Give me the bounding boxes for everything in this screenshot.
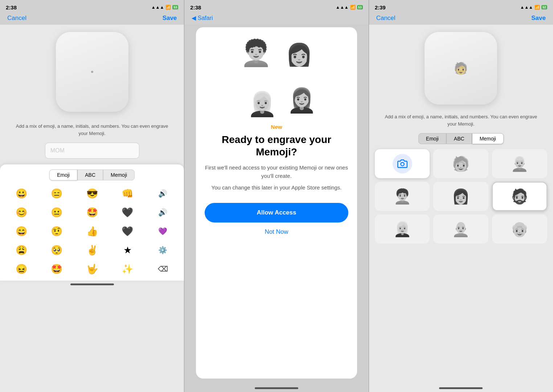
emoji-cell[interactable]: 🔊 — [147, 204, 179, 220]
panel1-content: Add a mix of emoji, a name, initials, an… — [0, 25, 184, 392]
wifi-icon-1: 📶 — [165, 5, 171, 10]
emoji-cell[interactable]: 💜 — [147, 223, 179, 239]
camera-circle — [393, 154, 412, 173]
emoji-cell[interactable]: 🤩 — [76, 204, 108, 220]
tab-memoji-1[interactable]: Memoji — [103, 170, 135, 180]
emoji-cell[interactable]: 👊 — [111, 185, 143, 201]
memoji-item-4[interactable]: 👩 — [433, 182, 488, 211]
emoji-cell[interactable]: 🤨 — [40, 223, 73, 239]
signal-icon-1: ▲▲▲ — [151, 5, 164, 10]
nav-bar-2: ◀ Safari — [184, 13, 368, 24]
tab-emoji-1[interactable]: Emoji — [49, 170, 77, 180]
back-button-2[interactable]: ◀ Safari — [192, 15, 213, 21]
emoji-cell[interactable]: 🖤 — [111, 223, 143, 239]
battery-3: 52 — [541, 5, 547, 9]
delete-key-1[interactable]: ⌫ — [147, 261, 179, 277]
memoji-face-sm-3: 🧑‍🦱 — [393, 188, 411, 205]
memoji-item-2[interactable]: 👨‍🦳 — [492, 149, 547, 178]
emoji-cell[interactable]: 🤩 — [40, 261, 73, 277]
status-icons-2: ▲▲▲ 📶 53 — [336, 5, 363, 10]
memoji-group: 🧑‍🦱 👩 👩‍🦳 👩‍🦰 — [233, 38, 320, 118]
memoji-item-5-selected[interactable]: 🧔 — [492, 182, 547, 211]
emoji-cell[interactable]: 😄 — [5, 223, 37, 239]
emoji-cell[interactable]: 🤟 — [76, 261, 108, 277]
emoji-cell[interactable]: 😎 — [76, 185, 108, 201]
new-badge: New — [271, 124, 282, 130]
panel3-content: 🧓 Add a mix of emoji, a name, initials, … — [369, 25, 553, 392]
airpods-case-1 — [56, 32, 128, 112]
emoji-cell[interactable]: 😑 — [40, 185, 73, 201]
status-bar-2: 2:38 ▲▲▲ 📶 53 — [184, 0, 368, 13]
status-bar-3: 2:39 ▲▲▲ 📶 52 — [369, 0, 553, 13]
memoji-face-sm-4: 👩 — [452, 188, 470, 205]
engrave-desc-1: Add a mix of emoji, a name, initials, an… — [0, 123, 184, 137]
tab-abc-1[interactable]: ABC — [77, 170, 103, 180]
camera-item-3[interactable] — [375, 149, 430, 178]
emoji-cell[interactable]: ★ — [111, 242, 143, 258]
emoji-grid-1: 😀 😑 😎 👊 🔊 😊 😐 🤩 🖤 🔊 😄 🤨 👍 🖤 💜 😩 🥺 ✌ ★ — [4, 185, 180, 277]
save-button-1[interactable]: Save — [163, 15, 177, 22]
memoji-face-sm-6: 👩‍🦳 — [393, 221, 411, 238]
home-indicator-2 — [255, 387, 298, 389]
memoji-item-6[interactable]: 👩‍🦳 — [375, 215, 430, 244]
modal-desc-2: You can change this later in your Apple … — [212, 184, 342, 192]
emoji-cell[interactable]: ⚙️ — [147, 242, 179, 258]
memoji-face-sm-1: 🧓 — [452, 155, 470, 172]
nav-bar-1: Cancel Save — [0, 13, 184, 25]
memoji-item-7[interactable]: 🧑‍🦲 — [433, 215, 488, 244]
emoji-cell[interactable]: 😀 — [5, 185, 37, 201]
camera-icon — [397, 159, 407, 169]
tab-emoji-3[interactable]: Emoji — [418, 133, 446, 144]
not-now-button[interactable]: Not Now — [265, 228, 288, 236]
keyboard-1: Emoji ABC Memoji 😀 😑 😎 👊 🔊 😊 😐 🤩 🖤 🔊 😄 🤨… — [0, 164, 184, 281]
memoji-on-case: 🧓 — [454, 61, 468, 75]
memoji-face-4: 👩‍🦰 — [287, 87, 316, 114]
memoji-face-1: 🧑‍🦱 — [240, 38, 272, 68]
time-3: 2:39 — [375, 4, 386, 11]
memoji-face-sm-8: 👴 — [511, 221, 529, 238]
wifi-icon-3: 📶 — [534, 5, 540, 10]
time-1: 2:38 — [6, 4, 17, 11]
emoji-cell[interactable]: 🔊 — [147, 185, 179, 201]
tab-abc-3[interactable]: ABC — [446, 133, 472, 144]
engrave-input-1[interactable]: MOM — [45, 143, 139, 159]
memoji-item-3[interactable]: 🧑‍🦱 — [375, 182, 430, 211]
engrave-desc-3: Add a mix of emoji, a name, initials, an… — [369, 113, 553, 127]
emoji-cell[interactable]: ✨ — [111, 261, 143, 277]
modal-desc-1: First we'll need access to your existing… — [205, 164, 348, 180]
memoji-face-sm-7: 🧑‍🦲 — [452, 221, 470, 238]
memoji-grid-3: 🧓 👨‍🦳 🧑‍🦱 👩 🧔 👩‍🦳 🧑‍🦲 — [369, 149, 553, 244]
nav-bar-3: Cancel Save — [369, 13, 553, 25]
phone-panel-1: 2:38 ▲▲▲ 📶 53 Cancel Save Add a mix of e… — [0, 0, 184, 392]
emoji-cell[interactable]: 👍 — [76, 223, 108, 239]
memoji-keyboard-3: Emoji ABC Memoji 🧓 — [369, 133, 553, 387]
memoji-item-8[interactable]: 👴 — [492, 215, 547, 244]
time-2: 2:38 — [190, 4, 201, 11]
emoji-cell[interactable]: 😊 — [5, 204, 37, 220]
allow-access-button[interactable]: Allow Access — [205, 203, 348, 222]
emoji-cell[interactable]: 😐 — [40, 204, 73, 220]
input-placeholder-1: MOM — [50, 147, 65, 154]
home-indicator-3 — [439, 387, 483, 389]
cancel-button-1[interactable]: Cancel — [7, 15, 26, 22]
cancel-button-3[interactable]: Cancel — [376, 15, 396, 22]
tab-memoji-3[interactable]: Memoji — [472, 133, 504, 144]
memoji-face-2: 👩 — [286, 42, 313, 68]
emoji-cell[interactable]: ✌ — [76, 242, 108, 258]
modal-title: Ready to engrave your Memoji? — [205, 134, 348, 158]
emoji-cell[interactable]: 🖤 — [111, 204, 143, 220]
emoji-cell[interactable]: 😖 — [5, 261, 37, 277]
keyboard-tabs-1: Emoji ABC Memoji — [4, 170, 180, 180]
home-indicator-1 — [70, 283, 114, 285]
memoji-tabs-3: Emoji ABC Memoji — [418, 133, 504, 144]
emoji-cell[interactable]: 🥺 — [40, 242, 73, 258]
memoji-item-1[interactable]: 🧓 — [433, 149, 488, 178]
phone-panel-2: 2:38 ▲▲▲ 📶 53 ◀ Safari 🧑‍🦱 👩 👩‍🦳 👩‍🦰 New — [184, 0, 368, 392]
status-bar-1: 2:38 ▲▲▲ 📶 53 — [0, 0, 184, 13]
memoji-face-3: 👩‍🦳 — [247, 90, 277, 118]
phone-panel-3: 2:39 ▲▲▲ 📶 52 Cancel Save 🧓 Add a mix of… — [369, 0, 553, 392]
modal-outer: 🧑‍🦱 👩 👩‍🦳 👩‍🦰 New Ready to engrave your … — [184, 24, 368, 384]
emoji-cell[interactable]: 😩 — [5, 242, 37, 258]
status-icons-3: ▲▲▲ 📶 52 — [520, 5, 547, 10]
save-button-3[interactable]: Save — [531, 15, 546, 22]
